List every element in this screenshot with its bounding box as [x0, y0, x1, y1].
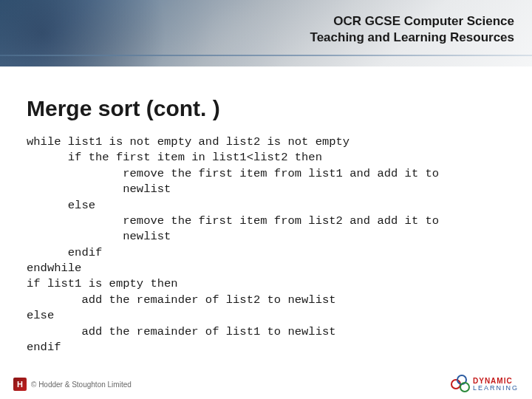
copyright-text: © Hodder & Stoughton Limited [31, 381, 132, 389]
header-divider [0, 55, 532, 56]
slide-header: OCR GCSE Computer Science Teaching and L… [0, 0, 532, 66]
brand-line-2: LEARNING [473, 385, 519, 392]
slide-title: Merge sort (cont. ) [27, 96, 505, 121]
brand-line-1: DYNAMIC [473, 378, 519, 385]
header-line-1: OCR GCSE Computer Science [310, 13, 514, 30]
dynamic-learning-rings-icon [451, 375, 470, 394]
slide-body: Merge sort (cont. ) while list1 is not e… [0, 66, 532, 355]
brand-block: DYNAMIC LEARNING [451, 375, 519, 394]
pseudocode-block: while list1 is not empty and list2 is no… [27, 134, 505, 355]
header-line-2: Teaching and Learning Resources [310, 30, 514, 46]
hodder-logo-icon [13, 378, 27, 391]
publisher-credit: © Hodder & Stoughton Limited [13, 378, 132, 391]
header-title-block: OCR GCSE Computer Science Teaching and L… [310, 13, 514, 46]
slide-footer: © Hodder & Stoughton Limited DYNAMIC LEA… [0, 374, 532, 399]
brand-text: DYNAMIC LEARNING [473, 378, 519, 392]
